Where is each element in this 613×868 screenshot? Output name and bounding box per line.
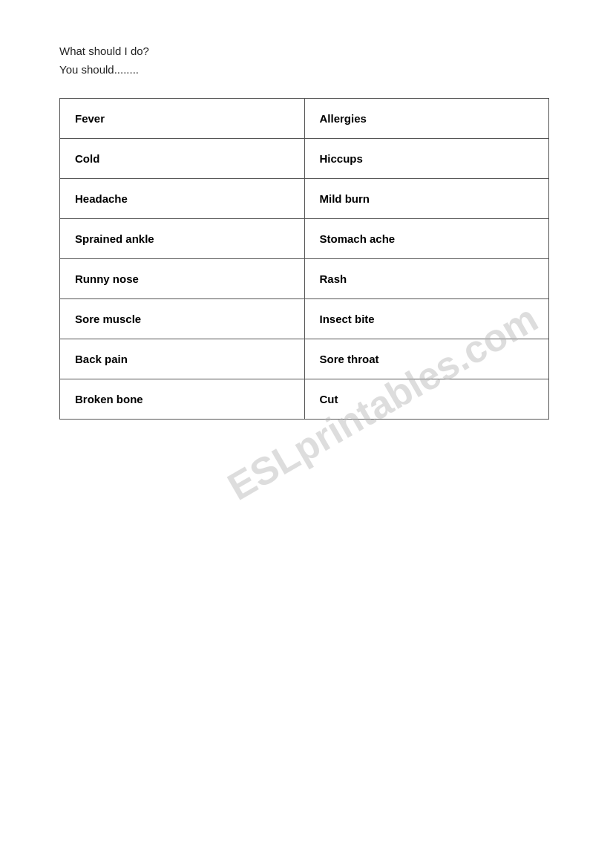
cell-right-5: Insect bite (304, 299, 549, 339)
table-row: Runny noseRash (60, 259, 549, 299)
cell-right-6: Sore throat (304, 339, 549, 379)
ailments-table: FeverAllergiesColdHiccupsHeadacheMild bu… (59, 98, 549, 420)
cell-left-0: Fever (60, 99, 305, 139)
cell-right-3: Stomach ache (304, 219, 549, 259)
cell-right-0: Allergies (304, 99, 549, 139)
instruction-line-2: You should........ (59, 63, 554, 76)
table-row: Broken boneCut (60, 379, 549, 420)
cell-right-1: Hiccups (304, 139, 549, 179)
cell-left-4: Runny nose (60, 259, 305, 299)
cell-right-7: Cut (304, 379, 549, 420)
table-row: HeadacheMild burn (60, 179, 549, 219)
table-row: FeverAllergies (60, 99, 549, 139)
table-row: ColdHiccups (60, 139, 549, 179)
cell-right-4: Rash (304, 259, 549, 299)
cell-left-2: Headache (60, 179, 305, 219)
cell-left-3: Sprained ankle (60, 219, 305, 259)
table-row: Sprained ankleStomach ache (60, 219, 549, 259)
cell-left-1: Cold (60, 139, 305, 179)
table-row: Back painSore throat (60, 339, 549, 379)
instructions-block: What should I do? You should........ (59, 45, 554, 76)
cell-left-6: Back pain (60, 339, 305, 379)
instruction-line-1: What should I do? (59, 45, 554, 57)
cell-left-7: Broken bone (60, 379, 305, 420)
cell-left-5: Sore muscle (60, 299, 305, 339)
table-row: Sore muscleInsect bite (60, 299, 549, 339)
cell-right-2: Mild burn (304, 179, 549, 219)
